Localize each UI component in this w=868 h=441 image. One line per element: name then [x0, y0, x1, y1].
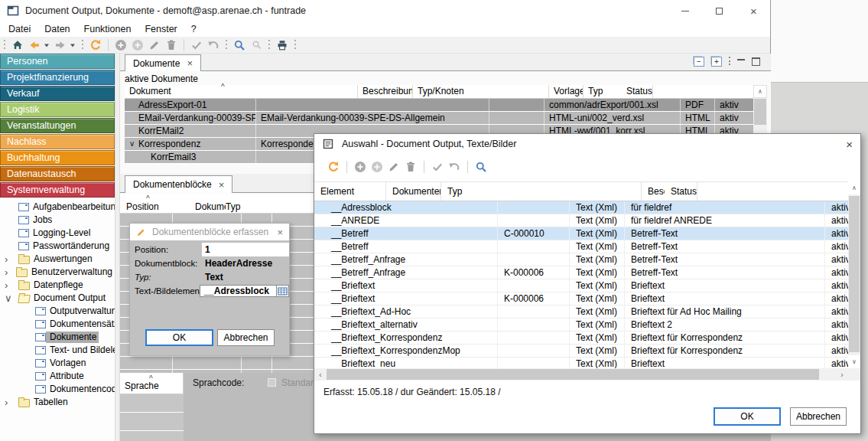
edit-dialog-title-bar[interactable]: Dokumentenblöcke erfassen ×: [130, 224, 289, 240]
expand-all-button[interactable]: +: [711, 57, 722, 67]
column-header[interactable]: Element: [314, 182, 386, 201]
column-header[interactable]: Typ: [584, 85, 622, 98]
column-header[interactable]: Position: [126, 194, 195, 213]
column-header[interactable]: Beschreibung: [642, 182, 665, 201]
tree-chevron-icon[interactable]: ∨: [5, 293, 18, 303]
table-row[interactable]: AdressExport-01 common/adrExport/001.xsl…: [125, 99, 753, 112]
ok-button[interactable]: OK: [714, 407, 781, 426]
close-button[interactable]: ×: [736, 0, 771, 21]
menu-item[interactable]: Funktionen: [77, 24, 138, 34]
table-row[interactable]: __Betreff_Anfrage K-000006 Text (Xml) Be…: [314, 266, 848, 279]
expander-icon[interactable]: [129, 151, 151, 163]
selection-dialog-title-bar[interactable]: Auswahl - Document Output, Texte/Bilder …: [314, 134, 860, 154]
ok-button[interactable]: OK: [145, 329, 213, 346]
forward-button[interactable]: [52, 38, 69, 53]
tree-item[interactable]: ∨ Document Output: [0, 292, 115, 305]
tree-item[interactable]: Vorlagen: [0, 357, 115, 370]
tree-chevron-icon[interactable]: ›: [5, 254, 18, 264]
edit-button[interactable]: [385, 159, 402, 175]
tree-item[interactable]: Outputverwaltung: [0, 305, 115, 318]
tree-item[interactable]: Attribute: [0, 370, 115, 383]
tab-close-icon[interactable]: ×: [187, 57, 193, 69]
menu-item[interactable]: Datei: [2, 24, 37, 34]
collapse-all-button[interactable]: −: [694, 57, 704, 67]
language-table-rows[interactable]: [120, 394, 184, 441]
sidebar-module-button[interactable]: Logistik: [0, 102, 115, 117]
add-button[interactable]: [112, 38, 129, 53]
undo-button[interactable]: [205, 38, 222, 53]
horizontal-scrollbar[interactable]: ‹ ›: [314, 368, 848, 381]
menu-item[interactable]: Fenster: [138, 24, 184, 34]
add-copy-button[interactable]: [369, 159, 385, 175]
cancel-button[interactable]: Abbrechen: [217, 329, 275, 346]
table-row[interactable]: __Brieftext_Korrespondenz Text (Xml) Bri…: [314, 332, 848, 345]
back-history-button[interactable]: [43, 38, 52, 53]
column-header[interactable]: Status: [665, 182, 697, 201]
expander-icon[interactable]: [129, 99, 138, 111]
tree-item[interactable]: › Auswertungen: [0, 253, 115, 266]
confirm-button[interactable]: [188, 38, 205, 53]
sidebar-module-button[interactable]: Datenaustausch: [0, 166, 115, 181]
search-button[interactable]: [473, 159, 489, 175]
expander-icon[interactable]: ∨: [129, 138, 138, 150]
undo-button[interactable]: [446, 159, 463, 175]
window-menu-icon[interactable]: [729, 57, 730, 67]
sidebar-module-button[interactable]: Veranstaltungen: [0, 118, 115, 133]
column-header[interactable]: Typ: [441, 182, 642, 201]
refresh-button[interactable]: [325, 159, 342, 175]
tree-item[interactable]: Aufgabenbearbeitung: [0, 201, 115, 214]
table-row[interactable]: EMail-Verdankung-00039-SPE-D EMail-Verda…: [125, 112, 753, 125]
column-header[interactable]: Status: [622, 85, 653, 98]
table-row[interactable]: __Brieftext_Ad-Hoc Text (Xml) Brieftext …: [314, 305, 848, 318]
column-header[interactable]: Typ: [226, 194, 325, 213]
panel-minimize-button[interactable]: [737, 59, 745, 60]
table-row[interactable]: __ANREDE Text (Xml) für fieldref ANREDE …: [314, 214, 848, 227]
tree-item[interactable]: › Tabellen: [0, 396, 115, 409]
dialog-close-icon[interactable]: ×: [277, 227, 283, 238]
dialog-close-icon[interactable]: ×: [846, 138, 853, 151]
tree-item[interactable]: Text- und Bildeleme: [0, 344, 115, 357]
tree-item[interactable]: › Benutzerverwaltung: [0, 266, 115, 279]
refresh-button[interactable]: [87, 38, 104, 53]
lookup-button[interactable]: [277, 285, 289, 297]
standard-checkbox[interactable]: [268, 378, 276, 387]
tree-chevron-icon[interactable]: ›: [5, 397, 18, 407]
tree-item[interactable]: Jobs: [0, 214, 115, 227]
scroll-left-icon[interactable]: ‹: [314, 368, 327, 381]
edit-button[interactable]: [146, 38, 163, 53]
tree-chevron-icon[interactable]: ›: [5, 280, 18, 290]
table-row[interactable]: __Brieftext_neu Text (Xml) Brieftext akt…: [314, 358, 848, 368]
maximize-button[interactable]: [702, 0, 736, 21]
field-value[interactable]: 1: [202, 243, 289, 256]
tree-item[interactable]: Dokumentensätze: [0, 318, 115, 331]
menu-item[interactable]: Daten: [37, 24, 76, 34]
sidebar-module-button[interactable]: Verkauf: [0, 86, 115, 101]
column-header[interactable]: Typ/Knoten: [413, 85, 549, 98]
tree-item[interactable]: › Datenpflege: [0, 279, 115, 292]
column-header[interactable]: Beschreibung: [358, 85, 413, 98]
home-button[interactable]: [9, 38, 26, 53]
field-value[interactable]: Text: [202, 270, 289, 284]
search-button[interactable]: [231, 38, 248, 53]
table-row[interactable]: __Betreff_Anfrage Text (Xml) Betreff-Tex…: [314, 253, 848, 266]
scrollbar-thumb[interactable]: [327, 369, 819, 380]
sidebar-module-button[interactable]: Systemverwaltung: [0, 182, 115, 198]
table-row[interactable]: __Brieftext_KorrespondenzMop Text (Xml) …: [314, 345, 848, 358]
table-row[interactable]: __Brieftext_alternativ Text (Xml) Brieft…: [314, 318, 848, 332]
add-button[interactable]: [352, 159, 369, 175]
panel-maximize-button[interactable]: [752, 57, 760, 66]
tab-close-icon[interactable]: ×: [219, 179, 225, 191]
vertical-scrollbar[interactable]: ∧ ∨: [848, 181, 860, 368]
sidebar-module-button[interactable]: Personen: [0, 54, 115, 69]
scroll-up-icon[interactable]: ∧: [753, 85, 767, 98]
tree-item[interactable]: Dokumentencodes: [0, 383, 115, 396]
expander-icon[interactable]: [129, 125, 138, 137]
title-bar[interactable]: Document Output, Dokumente - demoft@asp.…: [0, 0, 770, 21]
field-value[interactable]: __Adressblock: [200, 285, 277, 297]
search-secondary-button[interactable]: [248, 38, 265, 53]
back-button[interactable]: [26, 38, 43, 53]
column-header[interactable]: Vorlage: [549, 85, 584, 98]
table-row[interactable]: __Betreff C-000010 Text (Xml) Betreff-Te…: [314, 227, 848, 240]
table-row[interactable]: __Brieftext Text (Xml) Brieftext aktiv: [314, 279, 848, 292]
confirm-button[interactable]: [429, 159, 446, 175]
